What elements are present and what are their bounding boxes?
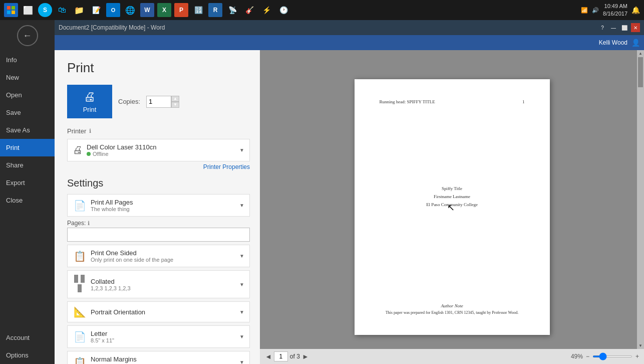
svg-rect-2 (7, 11, 11, 14)
preview-scrollbar[interactable]: ▲ ▼ (637, 50, 644, 349)
copies-down-button[interactable]: ▼ (171, 102, 179, 108)
printer-section-title: Printer ℹ (67, 127, 250, 135)
printer-icon: 🖨 (73, 144, 83, 156)
setting-paper-dropdown[interactable]: 📄 Letter 8.5" x 11" ▼ (67, 325, 250, 348)
printer-name: Dell Color Laser 3110cn (87, 143, 235, 151)
speedtest-taskbar-icon[interactable]: ⚡ (259, 3, 273, 17)
preview-page-body: Spiffy Title Firstname Lastname El Paso … (380, 185, 525, 209)
preview-institution: El Paso Community College (380, 201, 525, 209)
zoom-out-icon[interactable]: − (586, 353, 589, 360)
sidebar-item-account[interactable]: Account (0, 329, 55, 346)
scroll-thumb[interactable] (638, 57, 643, 87)
setting-margins-dropdown[interactable]: 📋 Normal Margins Left: 1" Right: 1" ▼ (67, 351, 250, 364)
printer-info-icon[interactable]: ℹ (89, 128, 91, 134)
setting-sides-info: Print One Sided Only print on one side o… (91, 249, 235, 263)
sidebar-item-new[interactable]: New (0, 69, 55, 86)
settings-section-title: Settings (67, 177, 250, 189)
sidebar-item-open[interactable]: Open (0, 86, 55, 104)
clock-taskbar-icon[interactable]: 🕐 (276, 3, 290, 17)
task-view-icon[interactable]: ⬜ (21, 3, 35, 17)
sidebar-item-save[interactable]: Save (0, 104, 55, 121)
setting-pages-info: Print All Pages The whole thing (91, 199, 235, 212)
print-panel: Print 🖨 Print Copies: ▲ ▼ (55, 50, 644, 364)
preview-footer-label: Author Note (380, 303, 525, 308)
setting-collated-sub: 1,2,3 1,2,3 1,2,3 (91, 285, 235, 291)
scroll-up-arrow[interactable]: ▲ (638, 51, 642, 56)
sidebar-item-info[interactable]: Info (0, 51, 55, 69)
taskbar-volume-icon: 🔊 (592, 7, 599, 14)
store-taskbar-icon[interactable]: 🛍 (55, 3, 69, 17)
explorer-taskbar-icon[interactable]: 📁 (72, 3, 86, 17)
sidebar-item-options[interactable]: Options (0, 346, 55, 364)
sidebar-item-print[interactable]: Print (0, 139, 55, 156)
preview-author: Firstname Lastname (380, 193, 525, 201)
pages-label: Pages: ℹ (67, 220, 250, 227)
preview-page-header: Running head: SPIFFY TITLE 1 (380, 99, 525, 104)
sidebar-item-save-as[interactable]: Save As (0, 121, 55, 139)
preview-page-footer: Author Note This paper was prepared for … (380, 303, 525, 315)
setting-collated-icon (73, 275, 87, 294)
word-taskbar-icon[interactable]: W (140, 3, 154, 17)
document-preview-page: Running head: SPIFFY TITLE 1 Spiffy Titl… (355, 79, 550, 335)
copies-input[interactable] (146, 96, 171, 108)
scroll-down-arrow[interactable]: ▼ (638, 343, 642, 348)
clock-time: 10:49 AM (603, 3, 627, 10)
back-button[interactable]: ← (17, 25, 38, 46)
setting-sides-main: Print One Sided (91, 249, 235, 257)
setting-orientation-dropdown[interactable]: 📐 Portrait Orientation ▼ (67, 301, 250, 322)
setting-orientation-main: Portrait Orientation (91, 308, 235, 316)
setting-sides-dropdown[interactable]: 📋 Print One Sided Only print on one side… (67, 245, 250, 267)
pages-info-icon[interactable]: ℹ (88, 220, 90, 227)
svg-rect-1 (12, 6, 15, 10)
setting-orientation-arrow: ▼ (239, 309, 244, 315)
zoom-in-icon[interactable]: + (635, 353, 639, 360)
r-taskbar-icon[interactable]: R (208, 3, 222, 17)
skype-taskbar-icon[interactable]: S (38, 3, 52, 17)
printer-info: Dell Color Laser 3110cn Offline (87, 143, 235, 157)
copies-up-button[interactable]: ▲ (171, 96, 179, 102)
calculator-taskbar-icon[interactable]: 🔢 (191, 3, 205, 17)
printer-status-text: Offline (93, 151, 109, 157)
printer-dropdown-arrow: ▼ (239, 147, 244, 153)
sidebar-item-close[interactable]: Close (0, 192, 55, 209)
copies-spinner: ▲ ▼ (171, 96, 179, 108)
excel-taskbar-icon[interactable]: X (157, 3, 171, 17)
setting-margins-icon: 📋 (73, 356, 87, 365)
setting-paper-sub: 8.5" x 11" (91, 337, 235, 343)
pages-input-row: Pages: ℹ (67, 220, 250, 242)
setting-margins-info: Normal Margins Left: 1" Right: 1" (91, 355, 235, 364)
setting-orientation-info: Portrait Orientation (91, 308, 235, 316)
zoom-slider[interactable] (592, 355, 632, 357)
pages-input[interactable] (67, 228, 250, 242)
setting-pages-arrow: ▼ (239, 203, 244, 208)
clock-date: 8/16/2017 (603, 10, 627, 18)
guitar-taskbar-icon[interactable]: 🎸 (242, 3, 256, 17)
prev-page-button[interactable]: ◄ (265, 352, 272, 360)
next-page-button[interactable]: ► (302, 352, 309, 360)
chrome-taskbar-icon[interactable]: 🌐 (123, 3, 137, 17)
powerpoint-taskbar-icon[interactable]: P (174, 3, 188, 17)
setting-margins-main: Normal Margins (91, 355, 235, 363)
print-button[interactable]: 🖨 Print (67, 85, 112, 118)
page-number-input[interactable] (274, 351, 288, 361)
ribbon-share-icon[interactable]: 👤 (631, 39, 640, 47)
printer-properties-link[interactable]: Printer Properties (67, 163, 250, 170)
taskbar-network-icon: 📶 (581, 7, 588, 14)
user-name: Kelli Wood (599, 39, 627, 46)
printer-button-icon: 🖨 (84, 90, 96, 104)
sticky-notes-taskbar-icon[interactable]: 📝 (89, 3, 103, 17)
taskbar-right: 📶 🔊 10:49 AM 8/16/2017 🔔 (581, 3, 640, 18)
setting-pages-dropdown[interactable]: 📄 Print All Pages The whole thing ▼ (67, 194, 250, 217)
sidebar-item-export[interactable]: Export (0, 174, 55, 192)
nav-top: ← (0, 20, 55, 51)
filezilla-taskbar-icon[interactable]: 📡 (225, 3, 239, 17)
page-nav-left: ◄ of 3 ► (265, 351, 309, 361)
sidebar-item-share[interactable]: Share (0, 156, 55, 174)
setting-paper-info: Letter 8.5" x 11" (91, 330, 235, 343)
setting-collated-dropdown[interactable]: Collated 1,2,3 1,2,3 1,2,3 ▼ (67, 270, 250, 298)
notifications-icon[interactable]: 🔔 (631, 6, 640, 14)
preview-title: Spiffy Title (380, 185, 525, 193)
outlook-taskbar-icon[interactable]: O (106, 3, 120, 17)
start-button[interactable] (4, 3, 18, 17)
printer-selector[interactable]: 🖨 Dell Color Laser 3110cn Offline ▼ (67, 139, 250, 161)
